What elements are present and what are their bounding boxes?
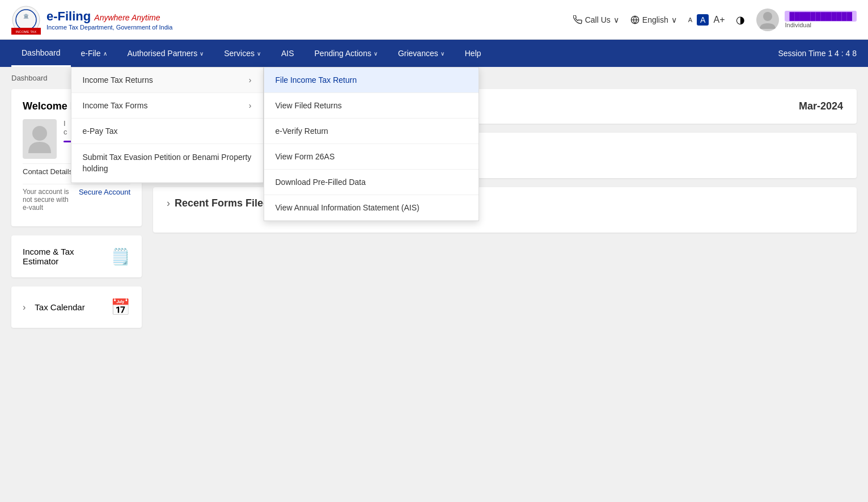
recent-forms-filed-card: › Recent Forms Filed <box>153 187 857 233</box>
pending-caret-icon: ∨ <box>374 50 378 57</box>
nav-dashboard[interactable]: Dashboard <box>11 40 71 67</box>
nav-ais[interactable]: AIS <box>271 40 304 67</box>
logo-dept: Income Tax Department, Government of Ind… <box>46 24 172 31</box>
dashboard-card-date: Mar-2024 <box>799 100 843 112</box>
logo-text: e-Filing Anywhere Anytime Income Tax Dep… <box>46 9 172 31</box>
language-btn[interactable]: English ∨ <box>630 15 677 24</box>
svg-point-8 <box>32 126 47 141</box>
phone-icon <box>573 15 582 24</box>
govt-emblem-icon: 🏛️ INCOME TAX <box>11 5 41 35</box>
arrow-icon: › <box>249 101 252 110</box>
user-area[interactable]: ████████████ Individual <box>756 9 857 31</box>
profile-avatar <box>23 119 57 159</box>
secure-account-row: Your account is not secure with e-vault … <box>23 184 130 215</box>
svg-text:INCOME TAX: INCOME TAX <box>16 30 37 33</box>
secure-account-link[interactable]: Secure Account <box>79 188 130 196</box>
recent-forms-filed-title: Recent Forms Filed <box>175 197 269 209</box>
estimator-label: Income & Tax Estimator <box>23 247 111 266</box>
call-us-label: Call Us <box>585 15 611 24</box>
efile-item-income-tax-returns[interactable]: Income Tax Returns › <box>71 68 263 93</box>
itr-item-file-return[interactable]: File Income Tax Return <box>264 68 479 93</box>
itr-item-view-filed[interactable]: View Filed Returns <box>264 93 479 119</box>
header: 🏛️ INCOME TAX e-Filing Anywhere Anytime … <box>0 0 868 40</box>
language-caret: ∨ <box>671 15 677 24</box>
efile-item-epay-tax[interactable]: e-Pay Tax <box>71 119 263 144</box>
auth-partners-caret-icon: ∨ <box>200 50 204 57</box>
user-type: Individual <box>785 22 857 28</box>
user-avatar <box>756 9 779 31</box>
recent-forms-filed-header[interactable]: › Recent Forms Filed <box>153 187 857 220</box>
logo-area: 🏛️ INCOME TAX e-Filing Anywhere Anytime … <box>11 5 573 35</box>
efile-dropdown: Income Tax Returns › Income Tax Forms › … <box>71 67 264 183</box>
efile-item-income-tax-forms[interactable]: Income Tax Forms › <box>71 93 263 119</box>
efile-caret-icon: ∧ <box>103 50 107 57</box>
call-us-caret: ∨ <box>613 15 619 24</box>
header-controls: Call Us ∨ English ∨ A A A+ ◑ ███████████… <box>573 9 857 31</box>
profile-avatar-icon <box>28 125 51 153</box>
nav-authorised-partners[interactable]: Authorised Partners ∨ <box>117 40 214 67</box>
contrast-btn[interactable]: ◑ <box>736 14 745 26</box>
recent-forms-filed-chevron-icon: › <box>167 197 170 209</box>
grievances-caret-icon: ∨ <box>441 50 444 57</box>
user-name: ████████████ <box>785 11 857 22</box>
tax-calendar-chevron-icon: › <box>23 302 26 313</box>
logo-tagline: Anywhere Anytime <box>94 13 160 22</box>
services-caret-icon: ∨ <box>257 50 261 57</box>
call-us-btn[interactable]: Call Us ∨ <box>573 15 619 24</box>
contact-label: Contact Details <box>23 167 73 176</box>
nav-pending-actions[interactable]: Pending Actions ∨ <box>304 40 388 67</box>
itr-item-download-prefilled[interactable]: Download Pre-Filled Data <box>264 170 479 195</box>
logo-efiling: e-Filing Anywhere Anytime <box>46 9 172 24</box>
tax-calendar-card[interactable]: › Tax Calendar 📅 <box>11 286 142 328</box>
calendar-icon: 📅 <box>111 298 130 317</box>
itr-item-annual-info[interactable]: View Annual Information Statement (AIS) <box>264 195 479 221</box>
language-label: English <box>642 15 668 24</box>
navbar: Dashboard e-File ∧ Income Tax Returns › … <box>0 40 868 67</box>
svg-text:🏛️: 🏛️ <box>23 13 29 19</box>
nav-efile[interactable]: e-File ∧ Income Tax Returns › Income Tax… <box>71 40 117 67</box>
calculator-icon: 🗒️ <box>111 247 130 266</box>
svg-point-7 <box>763 12 772 21</box>
session-time: Session Time 1 4 : 4 8 <box>778 49 857 58</box>
tax-calendar-label: Tax Calendar <box>35 302 84 312</box>
arrow-icon: › <box>249 75 252 85</box>
avatar-icon <box>760 11 776 29</box>
font-small-btn[interactable]: A <box>688 16 692 23</box>
itr-item-form26as[interactable]: View Form 26AS <box>264 144 479 170</box>
nav-grievances[interactable]: Grievances ∨ <box>388 40 455 67</box>
nav-services[interactable]: Services ∨ <box>214 40 271 67</box>
itr-submenu: File Income Tax Return View Filed Return… <box>264 67 479 221</box>
globe-icon <box>630 15 640 24</box>
font-controls: A A A+ <box>688 14 725 26</box>
nav-help[interactable]: Help <box>455 40 492 67</box>
itr-item-everify[interactable]: e-Verify Return <box>264 119 479 144</box>
font-large-btn[interactable]: A+ <box>713 15 725 25</box>
user-info: ████████████ Individual <box>785 11 857 28</box>
estimator-card[interactable]: Income & Tax Estimator 🗒️ <box>11 235 142 277</box>
secure-text: Your account is not secure with e-vault <box>23 188 74 212</box>
efile-item-tax-evasion[interactable]: Submit Tax Evasion Petition or Benami Pr… <box>71 144 263 183</box>
font-normal-btn[interactable]: A <box>697 14 709 26</box>
